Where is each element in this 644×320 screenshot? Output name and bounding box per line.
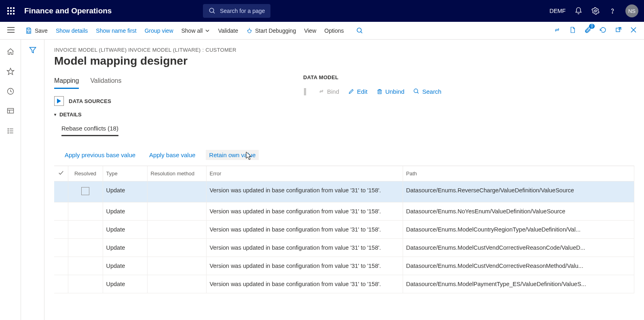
company-label[interactable]: DEMF xyxy=(549,8,566,14)
action-bar: Save Show details Show name first Group … xyxy=(0,22,644,40)
tab-validations[interactable]: Validations xyxy=(90,77,121,88)
search-box[interactable]: Search for a page xyxy=(203,4,270,18)
row-select[interactable] xyxy=(54,202,68,221)
table-row[interactable]: Update Version was updated in base confi… xyxy=(54,202,634,221)
row-resolved[interactable] xyxy=(68,221,103,239)
help-icon[interactable] xyxy=(608,7,617,15)
home-icon[interactable] xyxy=(6,48,15,57)
col-type[interactable]: Type xyxy=(103,166,147,181)
row-resolved[interactable] xyxy=(68,202,103,221)
list-icon[interactable] xyxy=(6,127,15,136)
unbind-button[interactable]: Unbind xyxy=(376,88,405,95)
conflicts-table: Resolved Type Resolution method Error Pa… xyxy=(54,166,634,293)
table-row[interactable]: Update Version was updated in base confi… xyxy=(54,257,634,275)
svg-rect-15 xyxy=(616,28,620,32)
table-row[interactable]: Update Version was updated in base confi… xyxy=(54,181,634,202)
svg-point-3 xyxy=(612,13,612,13)
link-icon[interactable] xyxy=(553,26,561,35)
row-type: Update xyxy=(103,221,147,239)
col-resolved[interactable]: Resolved xyxy=(68,166,103,181)
show-all-dropdown[interactable]: Show all xyxy=(182,27,210,34)
table-row[interactable]: Update Version was updated in base confi… xyxy=(54,221,634,239)
bind-button: Bind xyxy=(318,88,339,95)
row-select[interactable] xyxy=(54,275,68,293)
col-path[interactable]: Path xyxy=(403,166,634,181)
row-resolution xyxy=(147,275,206,293)
row-type: Update xyxy=(103,239,147,257)
table-row[interactable]: Update Version was updated in base confi… xyxy=(54,239,634,257)
filter-icon[interactable] xyxy=(29,46,37,320)
save-button[interactable]: Save xyxy=(25,27,48,34)
tab-mapping[interactable]: Mapping xyxy=(54,77,79,89)
attachment-icon[interactable]: 0 xyxy=(584,26,591,35)
svg-point-9 xyxy=(248,29,251,33)
hamburger-icon[interactable] xyxy=(7,27,15,34)
row-select[interactable] xyxy=(54,239,68,257)
select-all-header[interactable] xyxy=(54,166,68,181)
show-name-first-button[interactable]: Show name first xyxy=(96,27,136,34)
options-button[interactable]: Options xyxy=(324,27,344,34)
svg-marker-36 xyxy=(57,99,61,103)
table-row[interactable]: Update Version was updated in base confi… xyxy=(54,275,634,293)
row-resolved[interactable] xyxy=(68,275,103,293)
toolbar-search-button[interactable] xyxy=(356,27,363,34)
validate-button[interactable]: Validate xyxy=(218,27,238,34)
dm-search-button[interactable]: Search xyxy=(413,88,441,95)
col-resolution[interactable]: Resolution method xyxy=(147,166,206,181)
search-placeholder: Search for a page xyxy=(220,8,265,14)
filter-column xyxy=(21,40,44,320)
svg-rect-7 xyxy=(27,28,30,29)
search-icon xyxy=(356,27,363,34)
row-select[interactable] xyxy=(54,257,68,275)
view-button[interactable]: View xyxy=(304,27,316,34)
breadcrumb: INVOICE MODEL (LITWARE) INVOICE MODEL (L… xyxy=(54,47,634,53)
document-icon[interactable] xyxy=(569,26,576,35)
row-resolved[interactable] xyxy=(68,239,103,257)
row-resolved[interactable] xyxy=(68,181,103,202)
row-select[interactable] xyxy=(54,181,68,202)
close-icon[interactable] xyxy=(630,27,637,34)
details-toggle[interactable]: ▾ DETAILS xyxy=(54,112,634,118)
refresh-icon[interactable] xyxy=(600,26,607,35)
app-title: Finance and Operations xyxy=(24,6,112,15)
row-error: Version was updated in base configuratio… xyxy=(206,275,403,293)
row-resolution xyxy=(147,221,206,239)
retain-own-button[interactable]: Retain own value xyxy=(206,150,259,160)
row-resolution xyxy=(147,257,206,275)
row-error: Version was updated in base configuratio… xyxy=(206,221,403,239)
star-icon[interactable] xyxy=(6,67,15,77)
rebase-conflicts-tab[interactable]: Rebase conflicts (18) xyxy=(61,125,118,136)
group-view-button[interactable]: Group view xyxy=(145,27,173,34)
workspace-icon[interactable] xyxy=(6,107,15,116)
conflict-actions: Apply previous base value Apply base val… xyxy=(61,150,634,160)
popout-icon[interactable] xyxy=(615,26,622,35)
start-debugging-button[interactable]: Start Debugging xyxy=(246,27,296,34)
play-icon[interactable] xyxy=(54,96,64,106)
checkbox[interactable] xyxy=(81,187,89,195)
svg-rect-31 xyxy=(378,90,381,94)
svg-rect-21 xyxy=(7,108,13,113)
waffle-icon[interactable] xyxy=(7,7,15,15)
svg-rect-8 xyxy=(27,31,30,33)
row-select[interactable] xyxy=(54,221,68,239)
bind-icon xyxy=(318,88,325,95)
gear-icon[interactable] xyxy=(591,7,600,15)
apply-base-button[interactable]: Apply base value xyxy=(146,150,198,160)
show-details-button[interactable]: Show details xyxy=(56,27,88,34)
caret-down-icon: ▾ xyxy=(54,112,56,117)
bell-icon[interactable] xyxy=(574,7,583,15)
row-resolved[interactable] xyxy=(68,257,103,275)
splitter-handle[interactable]: ‖ xyxy=(303,87,307,96)
row-path: Datasource/Enums.ModelPaymentType_ES/Val… xyxy=(403,275,634,293)
clock-icon[interactable] xyxy=(6,87,15,97)
row-error: Version was updated in base configuratio… xyxy=(206,239,403,257)
user-avatar[interactable]: NS xyxy=(625,4,638,17)
edit-button[interactable]: Edit xyxy=(348,88,367,95)
svg-point-28 xyxy=(8,133,8,133)
svg-marker-19 xyxy=(7,68,14,75)
row-resolution xyxy=(147,239,206,257)
row-type: Update xyxy=(103,202,147,221)
search-icon xyxy=(209,7,216,15)
col-error[interactable]: Error xyxy=(206,166,403,181)
apply-prev-base-button[interactable]: Apply previous base value xyxy=(61,150,139,160)
